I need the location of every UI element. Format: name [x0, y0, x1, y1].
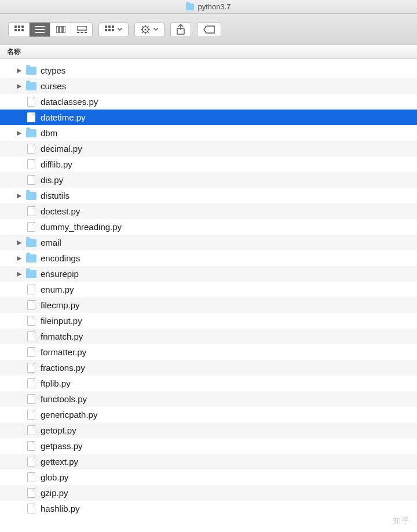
svg-rect-17: [108, 25, 111, 28]
svg-rect-13: [77, 32, 79, 33]
list-item[interactable]: functools.py: [0, 391, 417, 407]
svg-rect-12: [77, 26, 87, 30]
list-item[interactable]: dis.py: [0, 172, 417, 188]
file-icon: [27, 378, 35, 388]
group-by-button[interactable]: [98, 22, 129, 37]
window-title: python3.7: [197, 2, 231, 11]
item-name-label: fractions.py: [41, 363, 85, 373]
svg-rect-3: [14, 29, 17, 31]
file-icon: [27, 425, 35, 435]
file-icon: [27, 159, 35, 169]
list-view-button[interactable]: [30, 23, 50, 37]
list-item[interactable]: ▶ctypes: [0, 63, 417, 78]
share-button[interactable]: [170, 22, 191, 37]
list-item[interactable]: fractions.py: [0, 360, 417, 376]
list-item[interactable]: ▶dbm: [0, 125, 417, 141]
svg-rect-20: [108, 29, 111, 31]
file-icon: [27, 97, 35, 107]
item-name-label: enum.py: [41, 285, 74, 294]
list-item[interactable]: gzip.py: [0, 485, 417, 501]
disclosure-triangle-icon[interactable]: ▶: [16, 270, 22, 278]
file-icon: [27, 285, 35, 294]
item-name-label: functools.py: [41, 394, 87, 404]
icon-view-button[interactable]: [9, 23, 30, 37]
item-name-label: glob.py: [41, 472, 68, 482]
item-name-label: difflib.py: [41, 159, 72, 169]
list-item[interactable]: ▶curses: [0, 78, 417, 94]
file-icon: [27, 222, 35, 232]
svg-rect-0: [14, 25, 17, 28]
file-list[interactable]: ▶ctypes▶cursesdataclasses.pydatetime.py▶…: [0, 59, 417, 532]
svg-rect-14: [81, 32, 83, 33]
file-icon: [27, 441, 35, 451]
file-icon: [27, 316, 35, 326]
disclosure-triangle-icon[interactable]: ▶: [16, 239, 22, 246]
item-name-label: datetime.py: [41, 112, 86, 122]
list-item[interactable]: ▶distutils: [0, 188, 417, 203]
disclosure-triangle-icon[interactable]: ▶: [16, 67, 22, 74]
list-item[interactable]: ▶ensurepip: [0, 266, 417, 282]
list-item[interactable]: dataclasses.py: [0, 94, 417, 110]
disclosure-triangle-icon[interactable]: ▶: [16, 129, 22, 137]
svg-rect-9: [56, 26, 58, 33]
item-name-label: ensurepip: [41, 269, 79, 279]
item-name-label: dbm: [41, 128, 57, 138]
list-item[interactable]: getopt.py: [0, 422, 417, 438]
action-menu-button[interactable]: [134, 22, 164, 37]
file-icon: [27, 363, 35, 373]
svg-rect-15: [85, 32, 87, 33]
file-icon: [27, 394, 35, 404]
item-name-label: getopt.py: [41, 425, 76, 435]
list-item[interactable]: difflib.py: [0, 156, 417, 172]
list-item[interactable]: fileinput.py: [0, 313, 417, 329]
file-icon: [27, 504, 35, 513]
tags-button[interactable]: [197, 22, 221, 37]
view-mode-group: [8, 22, 93, 37]
disclosure-triangle-icon[interactable]: ▶: [16, 254, 22, 262]
list-item[interactable]: enum.py: [0, 282, 417, 297]
tag-icon: [203, 25, 215, 34]
list-item[interactable]: datetime.py: [0, 110, 417, 125]
svg-rect-16: [105, 25, 107, 28]
item-name-label: doctest.py: [41, 206, 80, 216]
file-icon: [27, 331, 35, 341]
item-name-label: curses: [41, 81, 66, 91]
item-name-label: fnmatch.py: [41, 331, 83, 341]
file-icon: [27, 472, 35, 482]
list-item[interactable]: filecmp.py: [0, 297, 417, 313]
file-icon: [27, 488, 35, 498]
list-item[interactable]: genericpath.py: [0, 407, 417, 422]
list-item[interactable]: gettext.py: [0, 454, 417, 469]
item-name-label: formatter.py: [41, 347, 86, 357]
column-view-button[interactable]: [50, 23, 71, 37]
folder-icon: [26, 67, 36, 75]
list-item[interactable]: decimal.py: [0, 141, 417, 156]
chevron-down-icon: [153, 28, 158, 31]
item-name-label: gzip.py: [41, 488, 68, 498]
item-name-label: dataclasses.py: [41, 97, 98, 107]
svg-rect-6: [35, 26, 45, 27]
list-item[interactable]: formatter.py: [0, 344, 417, 360]
list-item[interactable]: dummy_threading.py: [0, 219, 417, 235]
column-header[interactable]: 名称: [0, 45, 417, 59]
list-item[interactable]: doctest.py: [0, 203, 417, 219]
gallery-view-button[interactable]: [71, 23, 92, 37]
item-name-label: getpass.py: [41, 441, 83, 451]
list-item[interactable]: ▶email: [0, 235, 417, 250]
disclosure-triangle-icon[interactable]: ▶: [16, 192, 22, 199]
list-item[interactable]: getpass.py: [0, 438, 417, 454]
list-item[interactable]: fnmatch.py: [0, 329, 417, 344]
list-item[interactable]: ▶encodings: [0, 250, 417, 266]
item-name-label: decimal.py: [41, 144, 82, 154]
list-item[interactable]: hashlib.py: [0, 501, 417, 516]
file-icon: [27, 206, 35, 216]
item-name-label: hashlib.py: [41, 504, 80, 513]
column-name-label: 名称: [7, 47, 21, 57]
watermark: 知乎: [393, 516, 410, 526]
item-name-label: dis.py: [41, 175, 63, 185]
list-item[interactable]: ftplib.py: [0, 376, 417, 391]
title-bar: python3.7: [0, 0, 417, 14]
list-item[interactable]: glob.py: [0, 469, 417, 485]
disclosure-triangle-icon[interactable]: ▶: [16, 82, 22, 90]
item-name-label: filecmp.py: [41, 300, 80, 310]
